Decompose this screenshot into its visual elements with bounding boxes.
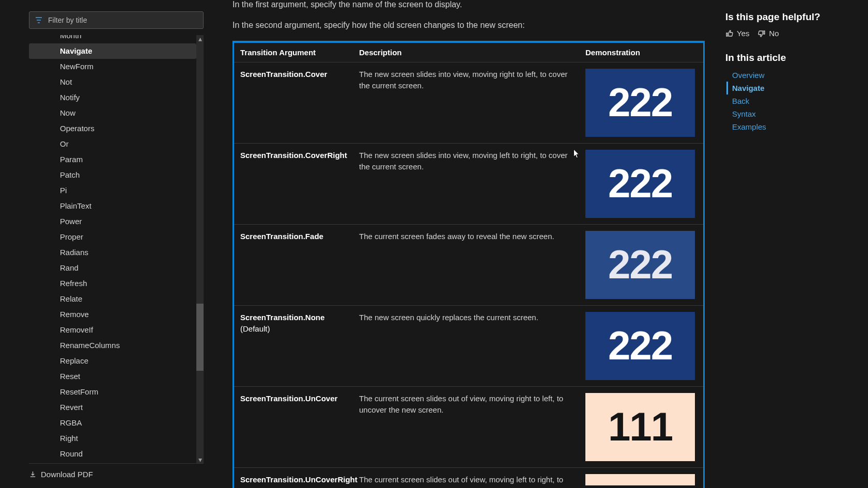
nav-item-plaintext[interactable]: PlainText <box>29 198 196 214</box>
scroll-down-arrow[interactable]: ▾ <box>196 456 204 463</box>
table-row: ScreenTransition.CoverRightThe new scree… <box>234 143 703 224</box>
intro-paragraph-1: In the first argument, specify the name … <box>233 0 703 10</box>
nav-scroll: MonthNavigateNewFormNotNotifyNowOperator… <box>29 35 204 463</box>
filter-box[interactable] <box>29 11 204 29</box>
table-row: ScreenTransition.UnCoverThe current scre… <box>234 386 703 467</box>
cell-description: The current screen slides out of view, m… <box>353 467 579 488</box>
helpful-yes[interactable]: Yes <box>725 29 749 38</box>
cell-demonstration: 111 <box>579 467 703 488</box>
table-row: ScreenTransition.FadeThe current screen … <box>234 224 703 305</box>
th-argument: Transition Argument <box>234 43 353 62</box>
cell-description: The new screen slides into view, moving … <box>353 62 579 143</box>
demo-tile: 111 <box>585 474 695 485</box>
th-demonstration: Demonstration <box>579 43 703 62</box>
toc-item-examples[interactable]: Examples <box>726 120 858 133</box>
toc-item-syntax[interactable]: Syntax <box>726 107 858 120</box>
demo-tile: 111 <box>585 393 695 461</box>
cell-description: The new screen slides into view, moving … <box>353 143 579 224</box>
toc-item-overview[interactable]: Overview <box>726 69 858 82</box>
filter-input[interactable] <box>47 15 198 25</box>
toc-item-back[interactable]: Back <box>726 95 858 107</box>
yes-label: Yes <box>737 29 749 38</box>
cell-demonstration: 222 <box>579 62 703 143</box>
toc-item-navigate[interactable]: Navigate <box>726 82 858 95</box>
nav-item-param[interactable]: Param <box>29 152 196 167</box>
cell-demonstration: 222 <box>579 224 703 305</box>
nav-item-rounddown[interactable]: RoundDown <box>29 462 196 463</box>
toc-title: In this article <box>725 52 858 64</box>
nav-item-rgba[interactable]: RGBA <box>29 415 196 431</box>
scrollbar-thumb[interactable] <box>196 304 204 371</box>
nav-item-navigate[interactable]: Navigate <box>29 43 196 59</box>
nav-item-removeif[interactable]: RemoveIf <box>29 322 196 338</box>
nav-item-proper[interactable]: Proper <box>29 229 196 245</box>
thumbs-down-icon <box>757 29 766 38</box>
nav-list: MonthNavigateNewFormNotNotifyNowOperator… <box>29 35 196 463</box>
toc-list: OverviewNavigateBackSyntaxExamples <box>725 69 858 133</box>
cell-demonstration: 222 <box>579 305 703 386</box>
nav-item-relate[interactable]: Relate <box>29 291 196 307</box>
cell-argument: ScreenTransition.Cover <box>234 62 353 143</box>
table-row: ScreenTransition.None(Default)The new sc… <box>234 305 703 386</box>
nav-item-power[interactable]: Power <box>29 214 196 229</box>
cell-description: The current screen slides out of view, m… <box>353 386 579 467</box>
nav-item-pi[interactable]: Pi <box>29 183 196 198</box>
nav-item-radians[interactable]: Radians <box>29 245 196 260</box>
download-pdf[interactable]: Download PDF <box>29 463 204 479</box>
nav-item-right[interactable]: Right <box>29 431 196 446</box>
nav-item-newform[interactable]: NewForm <box>29 59 196 74</box>
cell-demonstration: 111 <box>579 386 703 467</box>
helpful-title: Is this page helpful? <box>725 11 858 23</box>
nav-item-not[interactable]: Not <box>29 74 196 90</box>
intro-paragraph-2: In the second argument, specify how the … <box>233 20 703 31</box>
nav-item-round[interactable]: Round <box>29 446 196 462</box>
right-rail: Is this page helpful? Yes No In this art… <box>718 0 868 488</box>
transitions-table: Transition Argument Description Demonstr… <box>234 43 703 488</box>
demo-tile: 222 <box>585 69 695 137</box>
nav-item-now[interactable]: Now <box>29 105 196 121</box>
transitions-table-wrap: Transition Argument Description Demonstr… <box>233 41 705 488</box>
nav-item-or[interactable]: Or <box>29 136 196 152</box>
nav-item-renamecolumns[interactable]: RenameColumns <box>29 338 196 353</box>
scroll-up-arrow[interactable]: ▴ <box>196 35 204 42</box>
nav-item-patch[interactable]: Patch <box>29 167 196 183</box>
table-row: ScreenTransition.UnCoverRightThe current… <box>234 467 703 488</box>
demo-tile: 222 <box>585 231 695 299</box>
filter-icon <box>35 16 43 24</box>
cell-description: The new screen quickly replaces the curr… <box>353 305 579 386</box>
nav-item-month[interactable]: Month <box>29 35 196 43</box>
cell-argument: ScreenTransition.Fade <box>234 224 353 305</box>
nav-item-replace[interactable]: Replace <box>29 353 196 369</box>
cell-description: The current screen fades away to reveal … <box>353 224 579 305</box>
table-row: ScreenTransition.CoverThe new screen sli… <box>234 62 703 143</box>
cell-argument: ScreenTransition.CoverRight <box>234 143 353 224</box>
download-icon <box>29 470 37 478</box>
sidebar: MonthNavigateNewFormNotNotifyNowOperator… <box>0 0 211 488</box>
demo-tile: 222 <box>585 150 695 218</box>
helpful-buttons: Yes No <box>725 29 858 38</box>
demo-tile: 222 <box>585 312 695 380</box>
main-content: In the first argument, specify the name … <box>211 0 718 488</box>
th-description: Description <box>353 43 579 62</box>
cell-demonstration: 222 <box>579 143 703 224</box>
nav-item-rand[interactable]: Rand <box>29 260 196 276</box>
nav-item-remove[interactable]: Remove <box>29 307 196 322</box>
cell-argument: ScreenTransition.UnCoverRight <box>234 467 353 488</box>
nav-item-notify[interactable]: Notify <box>29 90 196 105</box>
thumbs-up-icon <box>725 29 734 38</box>
nav-item-revert[interactable]: Revert <box>29 400 196 415</box>
no-label: No <box>769 29 779 38</box>
helpful-no[interactable]: No <box>757 29 779 38</box>
nav-item-refresh[interactable]: Refresh <box>29 276 196 291</box>
download-label: Download PDF <box>41 470 93 479</box>
cell-argument: ScreenTransition.None(Default) <box>234 305 353 386</box>
scrollbar-track[interactable] <box>196 35 204 463</box>
nav-item-reset[interactable]: Reset <box>29 369 196 384</box>
cell-argument: ScreenTransition.UnCover <box>234 386 353 467</box>
nav-item-operators[interactable]: Operators <box>29 121 196 136</box>
nav-item-resetform[interactable]: ResetForm <box>29 384 196 400</box>
filter-container <box>29 11 204 29</box>
